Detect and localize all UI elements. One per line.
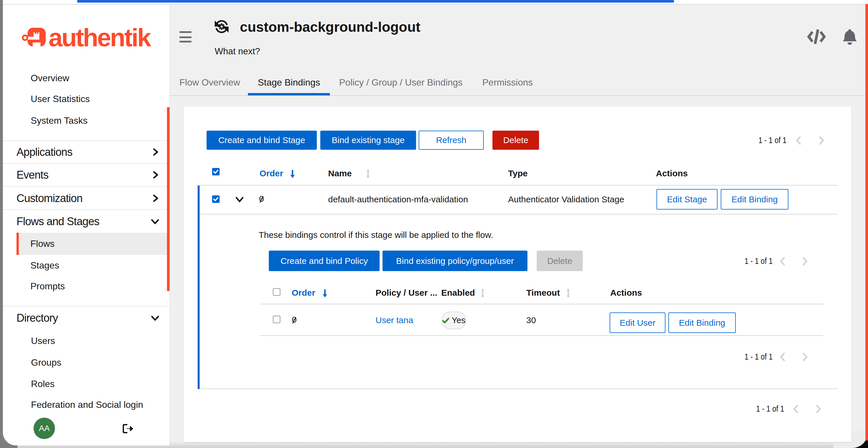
svg-text:authentik: authentik (49, 26, 151, 49)
